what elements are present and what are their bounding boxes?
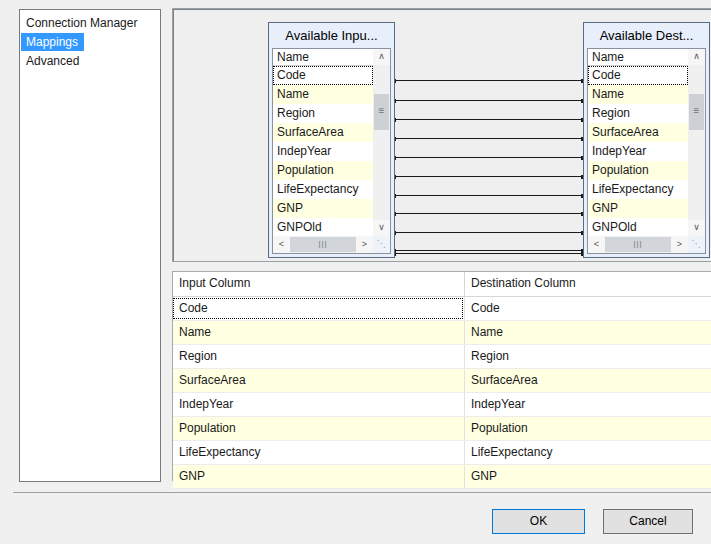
grid-header-input-column: Input Column xyxy=(173,272,465,296)
resize-grip-icon[interactable]: ⋱ xyxy=(373,236,390,253)
vertical-scrollbar-thumb[interactable]: ≡ xyxy=(689,94,704,130)
grid-row: Population Population xyxy=(173,417,711,441)
mapping-connector-line[interactable] xyxy=(393,157,584,158)
grid-input-cell[interactable]: Name xyxy=(173,321,465,344)
nav-item-mappings[interactable]: Mappings xyxy=(21,33,84,51)
mapping-connector-line[interactable] xyxy=(393,80,584,81)
input-column-item[interactable]: Name xyxy=(273,85,373,104)
grid-destination-cell[interactable]: Code xyxy=(465,297,711,320)
mapping-connector-line[interactable] xyxy=(393,250,584,251)
pages-nav: Connection Manager Mappings Advanced xyxy=(19,9,161,482)
mapping-connector-line[interactable] xyxy=(393,232,584,233)
grid-input-cell[interactable]: GNP xyxy=(173,465,465,488)
destination-column-item[interactable]: Code xyxy=(588,66,688,85)
grid-row: Region Region xyxy=(173,345,711,369)
input-column-item[interactable]: LifeExpectancy xyxy=(273,180,373,199)
input-table-rows: Code Name Region SurfaceArea IndepYear P… xyxy=(273,66,373,236)
grid-row: Code Code xyxy=(173,297,711,321)
vertical-scrollbar[interactable]: ∧ ≡ ∨ xyxy=(688,49,705,236)
input-column-item[interactable]: Code xyxy=(273,66,373,85)
scroll-down-icon[interactable]: ∨ xyxy=(373,220,390,236)
grid-input-cell[interactable]: SurfaceArea xyxy=(173,369,465,392)
input-column-item[interactable]: IndepYear xyxy=(273,142,373,161)
scroll-left-icon[interactable]: < xyxy=(273,236,290,253)
grid-destination-cell[interactable]: LifeExpectancy xyxy=(465,441,711,464)
destination-table-rows: Code Name Region SurfaceArea IndepYear P… xyxy=(588,66,688,236)
input-table-list: Name Code Name Region SurfaceArea IndepY… xyxy=(272,48,391,254)
scroll-right-icon[interactable]: > xyxy=(671,236,688,253)
available-input-columns-table: Available Inpu... Name Code Name Region … xyxy=(268,22,395,258)
horizontal-scrollbar-thumb[interactable]: ||| xyxy=(290,237,356,252)
mapping-connector-line[interactable] xyxy=(393,176,584,177)
destination-table-list: Name Code Name Region SurfaceArea IndepY… xyxy=(587,48,706,254)
horizontal-scrollbar-thumb[interactable]: ||| xyxy=(605,237,671,252)
grid-destination-cell[interactable]: IndepYear xyxy=(465,393,711,416)
mapping-connector-line[interactable] xyxy=(393,195,584,196)
destination-table-name-header[interactable]: Name xyxy=(588,49,688,66)
destination-column-item[interactable]: GNPOld xyxy=(588,218,688,236)
grid-input-cell[interactable]: Code xyxy=(173,297,465,320)
input-column-item[interactable]: Region xyxy=(273,104,373,123)
scroll-left-icon[interactable]: < xyxy=(588,236,605,253)
scroll-right-icon[interactable]: > xyxy=(356,236,373,253)
mapping-connector-line[interactable] xyxy=(393,138,584,139)
grid-header-destination-column: Destination Column xyxy=(465,272,711,296)
mapping-connector-line[interactable] xyxy=(393,213,584,214)
mapping-connector-line[interactable] xyxy=(393,119,584,120)
grid-input-cell[interactable]: Region xyxy=(173,345,465,368)
scroll-down-icon[interactable]: ∨ xyxy=(688,220,705,236)
grid-destination-cell[interactable]: Population xyxy=(465,417,711,440)
grid-destination-cell[interactable]: GNP xyxy=(465,465,711,488)
destination-column-item[interactable]: Population xyxy=(588,161,688,180)
input-table-title: Available Inpu... xyxy=(269,23,394,48)
grid-input-cell[interactable]: IndepYear xyxy=(173,393,465,416)
footer-divider xyxy=(13,492,711,493)
input-column-item[interactable]: Population xyxy=(273,161,373,180)
ok-button[interactable]: OK xyxy=(492,509,585,534)
input-column-item[interactable]: SurfaceArea xyxy=(273,123,373,142)
mapping-connector-line[interactable] xyxy=(393,100,584,101)
scroll-up-icon[interactable]: ∧ xyxy=(373,49,390,65)
vertical-scrollbar[interactable]: ∧ ≡ ∨ xyxy=(373,49,390,236)
input-table-name-header[interactable]: Name xyxy=(273,49,373,66)
nav-item-connection-manager[interactable]: Connection Manager xyxy=(21,14,143,32)
grid-row: GNP GNP xyxy=(173,465,711,489)
grid-row: SurfaceArea SurfaceArea xyxy=(173,369,711,393)
destination-column-item[interactable]: GNP xyxy=(588,199,688,218)
destination-column-item[interactable]: Name xyxy=(588,85,688,104)
destination-table-title: Available Dest... xyxy=(584,23,709,48)
vertical-scrollbar-thumb[interactable]: ≡ xyxy=(374,94,389,130)
grid-row: LifeExpectancy LifeExpectancy xyxy=(173,441,711,465)
input-column-item[interactable]: GNP xyxy=(273,199,373,218)
mapping-grid: Input Column Destination Column Code Cod… xyxy=(172,271,711,481)
destination-column-item[interactable]: LifeExpectancy xyxy=(588,180,688,199)
resize-grip-icon[interactable]: ⋱ xyxy=(688,236,705,253)
cancel-button[interactable]: Cancel xyxy=(603,509,693,534)
grid-destination-cell[interactable]: Name xyxy=(465,321,711,344)
grid-destination-cell[interactable]: Region xyxy=(465,345,711,368)
grid-input-cell[interactable]: LifeExpectancy xyxy=(173,441,465,464)
grid-input-cell[interactable]: Population xyxy=(173,417,465,440)
nav-item-advanced[interactable]: Advanced xyxy=(21,52,85,70)
grid-destination-cell[interactable]: SurfaceArea xyxy=(465,369,711,392)
destination-column-item[interactable]: Region xyxy=(588,104,688,123)
horizontal-scrollbar[interactable]: < ||| > xyxy=(273,236,373,253)
grid-row: Name Name xyxy=(173,321,711,345)
available-destination-columns-table: Available Dest... Name Code Name Region … xyxy=(583,22,710,258)
mapping-connector-line[interactable] xyxy=(393,253,584,254)
horizontal-scrollbar[interactable]: < ||| > xyxy=(588,236,688,253)
grid-header-row: Input Column Destination Column xyxy=(173,272,711,297)
grid-row: IndepYear IndepYear xyxy=(173,393,711,417)
destination-column-item[interactable]: IndepYear xyxy=(588,142,688,161)
destination-column-item[interactable]: SurfaceArea xyxy=(588,123,688,142)
input-column-item[interactable]: GNPOld xyxy=(273,218,373,236)
scroll-up-icon[interactable]: ∧ xyxy=(688,49,705,65)
